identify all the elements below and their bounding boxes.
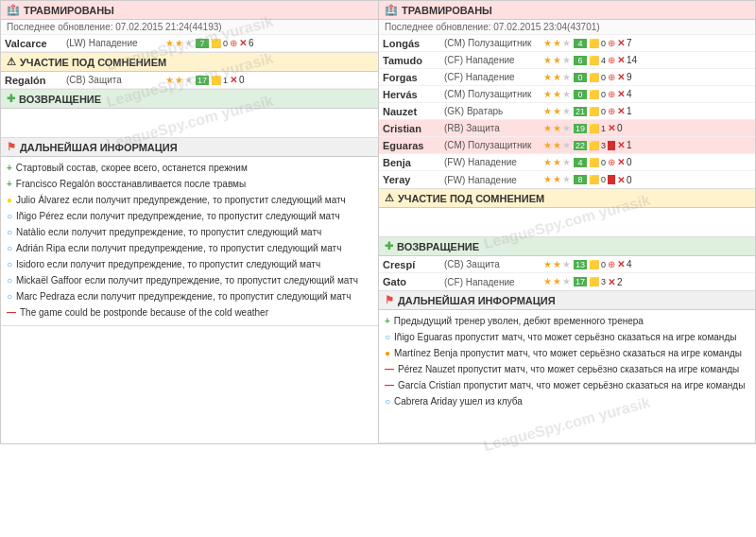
star: ★ bbox=[562, 107, 571, 116]
yellow-card-icon: 🟨 bbox=[589, 175, 599, 184]
info-text: The game could be postponde because of t… bbox=[20, 305, 268, 320]
bullet-icon: ○ bbox=[7, 273, 12, 287]
yellow-card-icon: 🟨 bbox=[211, 76, 221, 85]
star: ★ bbox=[553, 56, 561, 65]
info-text: Mickaël Gaffoor если получит предупрежде… bbox=[16, 273, 358, 287]
cross-icon: ✕ bbox=[617, 140, 625, 150]
orange-stat: 3 bbox=[601, 277, 606, 286]
left-info-content: + Стартовый состав, скорее всего, остане… bbox=[1, 157, 378, 325]
bullet-icon: ○ bbox=[7, 209, 12, 223]
cross-count: 0 bbox=[627, 175, 632, 185]
table-row: Forgas (CF) Нападение ★★★ 0 🟨0 ⊕ ✕9 bbox=[379, 69, 755, 86]
info-line: ○ Isidoro если получит предупреждение, т… bbox=[7, 257, 372, 271]
stars: ★ ★ ★ bbox=[165, 76, 193, 85]
green-stat: 21 bbox=[574, 107, 587, 116]
bullet-icon: ○ bbox=[7, 257, 12, 271]
player-pos: (CB) Защита bbox=[444, 259, 543, 269]
info-line: ● Julio Álvarez если получит предупрежде… bbox=[7, 193, 372, 207]
left-returning-section: ✚ ВОЗВРАЩЕНИЕ LeagueSpy.com yurasik bbox=[1, 90, 378, 138]
star: ★ bbox=[543, 175, 552, 184]
yellow-card-icon: 🟨 bbox=[589, 260, 599, 269]
player-pos: (RB) Защита bbox=[444, 123, 543, 133]
left-doubt-players: Regalón (CB) Защита ★ ★ ★ 17 🟨 1 ✕ 0 bbox=[1, 72, 378, 89]
right-injured-update: Последнее обновление: 07.02.2015 23:04(4… bbox=[379, 20, 755, 35]
player-name: Yeray bbox=[383, 174, 444, 185]
player-pos: (CF) Нападение bbox=[444, 277, 543, 287]
player-pos: (FW) Нападение bbox=[444, 175, 543, 185]
star: ★ bbox=[562, 56, 571, 65]
info-line: — García Cristian пропустит матч, что мо… bbox=[385, 378, 749, 392]
star: ★ bbox=[543, 90, 552, 99]
plus-icon: ⊕ bbox=[608, 259, 615, 269]
star: ★ bbox=[553, 124, 561, 133]
table-row: Longás (CM) Полузащитник ★★★ 4 🟨0 ⊕ ✕7 bbox=[379, 35, 755, 52]
player-name: Tamudo bbox=[383, 55, 444, 66]
player-pos: (FW) Нападение bbox=[444, 157, 543, 167]
stars: ★ ★ ★ bbox=[165, 39, 193, 48]
cross-icon: ✕ bbox=[230, 75, 237, 85]
star: ★ bbox=[553, 90, 561, 99]
info-text: Pérez Nauzet пропустит матч, что может с… bbox=[398, 362, 739, 376]
player-name: Valcarce bbox=[5, 38, 66, 49]
info-text: Marc Pedraza если получит предупреждение… bbox=[16, 289, 351, 303]
table-row: Regalón (CB) Защита ★ ★ ★ 17 🟨 1 ✕ 0 bbox=[1, 72, 378, 89]
green-stat: 6 bbox=[574, 56, 587, 65]
left-panel: 🏥 ТРАВМИРОВАНЫ Последнее обновление: 07.… bbox=[0, 0, 378, 444]
orange-stat: 0 bbox=[601, 260, 606, 269]
main-container: 🏥 ТРАВМИРОВАНЫ Последнее обновление: 07.… bbox=[0, 0, 756, 444]
info-text: Isidoro если получит предупреждение, то … bbox=[16, 257, 320, 271]
stars: ★★★ bbox=[543, 277, 571, 286]
table-row: Yeray (FW) Нападение ★★★ 8 🟨0 ✕0 bbox=[379, 171, 755, 188]
cross-count: 2 bbox=[617, 277, 623, 287]
stat-block: 17 🟨 1 ✕ 0 bbox=[196, 75, 245, 85]
doubt-icon-right: ⚠ bbox=[385, 192, 394, 204]
orange-stat: 0 bbox=[601, 73, 606, 82]
yellow-card-icon: 🟨 bbox=[589, 39, 599, 48]
star: ★ bbox=[553, 39, 561, 48]
stat-block: 7 🟨 0 ⊕ ✕ 6 bbox=[196, 38, 254, 48]
bullet-icon: — bbox=[385, 362, 394, 376]
star: ★ bbox=[175, 76, 183, 85]
left-returning-title: ВОЗВРАЩЕНИЕ bbox=[19, 94, 101, 105]
info-icon-left: ⚑ bbox=[7, 141, 16, 153]
yellow-card-icon: 🟨 bbox=[589, 141, 599, 150]
info-text: Francisco Regalón восстанавливается посл… bbox=[16, 177, 246, 191]
stars: ★★★ bbox=[543, 73, 571, 82]
cross-count: 6 bbox=[249, 38, 254, 48]
bullet-icon: ○ bbox=[385, 394, 390, 408]
green-stat: 7 bbox=[196, 39, 209, 48]
star: ★ bbox=[165, 76, 174, 85]
plus-icon: ⊕ bbox=[608, 106, 615, 116]
info-text: Стартовый состав, скорее всего, останетс… bbox=[16, 161, 248, 175]
cross-count: 1 bbox=[627, 106, 632, 116]
stat-block: 17 🟨3 ✕2 bbox=[574, 277, 623, 287]
cross-count: 0 bbox=[627, 157, 632, 167]
stars: ★★★ bbox=[543, 56, 571, 65]
stat-block: 21 🟨0 ⊕ ✕1 bbox=[574, 106, 632, 116]
info-line: + Предыдущий тренер уволен, дебют времен… bbox=[385, 314, 749, 328]
stat-block: 4 🟨0 ⊕ ✕0 bbox=[574, 157, 632, 167]
bullet-icon: + bbox=[7, 161, 12, 175]
green-stat: 4 bbox=[574, 39, 587, 48]
stars: ★★★ bbox=[543, 39, 571, 48]
table-row: Nauzet (GK) Вратарь ★★★ 21 🟨0 ⊕ ✕1 bbox=[379, 103, 755, 120]
star: ★ bbox=[543, 39, 552, 48]
plus-icon: ⊕ bbox=[608, 157, 615, 167]
star: ★ bbox=[553, 73, 561, 82]
orange-stat: 1 bbox=[601, 124, 606, 133]
stars: ★★★ bbox=[543, 124, 571, 133]
green-stat: 8 bbox=[574, 175, 587, 184]
cross-icon: ✕ bbox=[608, 123, 615, 133]
info-line: + Francisco Regalón восстанавливается по… bbox=[7, 177, 372, 191]
star: ★ bbox=[562, 277, 571, 286]
table-row: Gato (CF) Нападение ★★★ 17 🟨3 ✕2 bbox=[379, 273, 755, 290]
yellow-card-icon: 🟨 bbox=[589, 277, 599, 286]
orange-stat: 0 bbox=[601, 90, 606, 99]
star: ★ bbox=[562, 260, 571, 269]
green-stat: 17 bbox=[196, 76, 209, 85]
right-returning-header: ✚ ВОЗВРАЩЕНИЕ bbox=[379, 237, 755, 256]
info-icon-right: ⚑ bbox=[385, 294, 394, 306]
right-doubt-players: LeagueSpy.com yurasik bbox=[379, 208, 755, 236]
bullet-icon: + bbox=[385, 314, 390, 328]
stars: ★★★ bbox=[543, 90, 571, 99]
